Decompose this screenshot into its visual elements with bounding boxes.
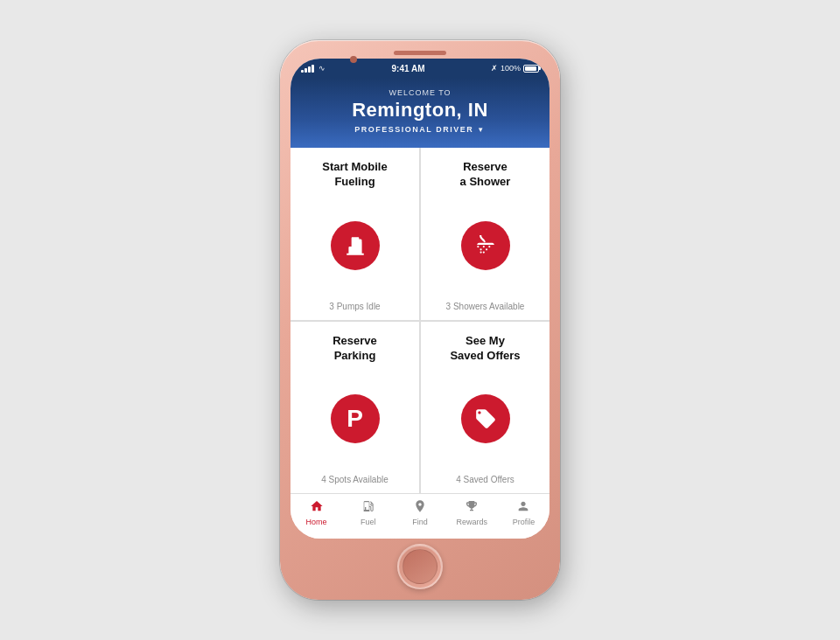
svg-point-6 <box>480 251 481 253</box>
svg-point-7 <box>482 251 484 253</box>
home-button-inner <box>402 549 438 584</box>
signal-bar-3 <box>308 66 311 73</box>
svg-point-3 <box>482 246 484 247</box>
fuel-pump-icon <box>344 234 367 257</box>
signal-bar-2 <box>304 68 307 73</box>
card-offers-subtitle: 4 Saved Offers <box>456 475 514 484</box>
svg-point-1 <box>477 246 479 247</box>
camera <box>350 56 357 63</box>
signal-bar-4 <box>312 65 314 73</box>
tab-home[interactable]: Home <box>290 499 342 532</box>
card-reserve-parking[interactable]: ReserveParking P 4 Spots Available <box>290 322 419 494</box>
battery-icon <box>523 65 539 73</box>
battery-percent: 100% <box>500 64 521 73</box>
shower-icon <box>474 234 497 257</box>
status-bar: ∿ 9:41 AM ✗ 100% <box>290 59 550 78</box>
card-parking-title: ReserveParking <box>332 334 377 364</box>
find-icon <box>413 499 427 516</box>
card-offers-title: See MySaved Offers <box>450 334 520 364</box>
wifi-icon: ∿ <box>318 64 326 73</box>
svg-point-2 <box>480 248 481 250</box>
tab-profile-label: Profile <box>513 518 536 526</box>
card-fueling-subtitle: 3 Pumps Idle <box>329 302 380 311</box>
welcome-text: WELCOME TO <box>304 88 536 97</box>
signal-bars <box>301 64 314 73</box>
tag-icon <box>474 407 497 430</box>
parking-icon-circle: P <box>331 394 380 443</box>
phone-screen: ∿ 9:41 AM ✗ 100% WELCOME TO Remington, I… <box>290 59 550 539</box>
profile-icon <box>516 499 530 516</box>
offers-icon-circle <box>461 394 510 443</box>
status-time: 9:41 AM <box>391 64 424 73</box>
card-reserve-shower[interactable]: Reservea Shower 3 Showers Available <box>421 148 550 320</box>
speaker <box>394 51 446 55</box>
tab-fuel-label: Fuel <box>360 518 376 526</box>
tab-home-label: Home <box>306 518 327 526</box>
tab-bar: Home Fuel Find Rewards <box>290 493 550 539</box>
tab-rewards-label: Rewards <box>456 518 487 526</box>
status-left: ∿ <box>301 64 326 73</box>
dropdown-arrow-icon: ▼ <box>477 126 485 134</box>
svg-rect-0 <box>352 239 355 243</box>
home-button[interactable] <box>397 544 443 589</box>
bluetooth-icon: ✗ <box>491 64 498 73</box>
fuel-tab-icon <box>361 499 375 516</box>
card-fueling-title: Start MobileFueling <box>322 160 387 190</box>
svg-point-5 <box>488 246 490 247</box>
card-mobile-fueling[interactable]: Start MobileFueling 3 Pumps Idle <box>290 148 419 320</box>
card-parking-subtitle: 4 Spots Available <box>321 475 388 484</box>
driver-type-label: PROFESSIONAL DRIVER <box>354 125 473 134</box>
rewards-icon <box>465 499 479 516</box>
tab-profile[interactable]: Profile <box>498 499 550 532</box>
shower-icon-circle <box>461 221 510 270</box>
tab-rewards[interactable]: Rewards <box>446 499 498 532</box>
card-saved-offers[interactable]: See MySaved Offers 4 Saved Offers <box>421 322 550 494</box>
phone-frame: ∿ 9:41 AM ✗ 100% WELCOME TO Remington, I… <box>280 40 560 600</box>
parking-p-icon: P <box>346 405 363 433</box>
tab-find[interactable]: Find <box>394 499 445 532</box>
driver-type[interactable]: PROFESSIONAL DRIVER ▼ <box>304 125 536 134</box>
signal-bar-1 <box>301 70 304 73</box>
fuel-icon-circle <box>331 221 380 270</box>
tab-fuel[interactable]: Fuel <box>342 499 394 532</box>
card-shower-title: Reservea Shower <box>460 160 511 190</box>
card-grid: Start MobileFueling 3 Pumps Idle Reserve… <box>290 148 550 493</box>
tab-find-label: Find <box>412 518 428 526</box>
battery-fill <box>525 66 536 71</box>
city-name: Remington, IN <box>304 99 536 122</box>
home-icon <box>310 499 324 516</box>
card-shower-subtitle: 3 Showers Available <box>446 302 525 311</box>
status-right: ✗ 100% <box>491 64 539 73</box>
app-header: WELCOME TO Remington, IN PROFESSIONAL DR… <box>290 78 550 148</box>
svg-point-4 <box>486 248 487 250</box>
